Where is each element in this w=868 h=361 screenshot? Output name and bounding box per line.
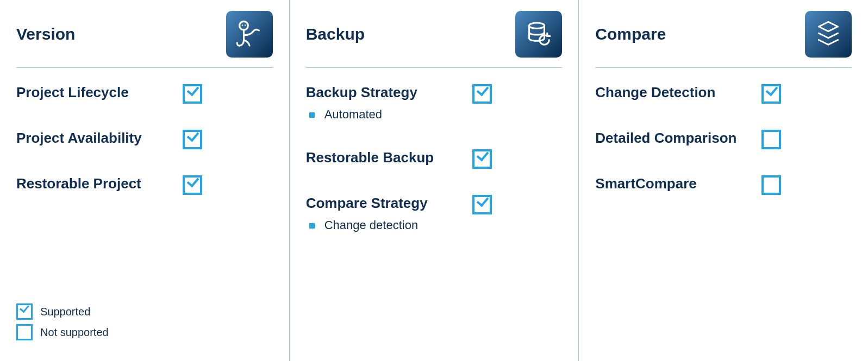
feature-bullet: Change detection (306, 217, 469, 234)
support-status (761, 130, 781, 149)
support-status (183, 130, 202, 149)
feature-text: Compare Strategy Change detection (306, 195, 469, 234)
feature-title: SmartCompare (595, 175, 758, 192)
feature-row: Restorable Backup (306, 149, 563, 169)
legend: Supported Not supported (16, 303, 109, 345)
checked-icon (183, 175, 202, 195)
svg-point-2 (245, 24, 246, 26)
column-header: Compare (595, 11, 852, 68)
feature-bullets: Change detection (306, 217, 469, 234)
feature-text: Change Detection (595, 84, 758, 101)
feature-title: Compare Strategy (306, 195, 469, 212)
feature-title: Change Detection (595, 84, 758, 101)
support-status (472, 84, 492, 104)
feature-text: Project Lifecycle (16, 84, 179, 101)
legend-not-supported: Not supported (16, 324, 109, 340)
column-header: Backup (306, 11, 563, 68)
feature-matrix: Version Project Lifecycle (0, 0, 868, 361)
checked-icon (472, 84, 492, 104)
checked-icon (472, 195, 492, 214)
feature-row: SmartCompare (595, 175, 852, 195)
column-header: Version (16, 11, 273, 68)
checked-icon (183, 130, 202, 149)
backup-icon (515, 11, 562, 58)
svg-point-3 (529, 23, 545, 29)
legend-supported: Supported (16, 303, 109, 320)
checked-icon (472, 149, 492, 169)
feature-text: Restorable Project (16, 175, 179, 192)
unchecked-icon (761, 175, 781, 195)
svg-point-1 (241, 24, 242, 26)
compare-icon (805, 11, 852, 58)
support-status (761, 175, 781, 195)
feature-text: Backup Strategy Automated (306, 84, 469, 123)
unchecked-icon (16, 324, 33, 340)
support-status (183, 175, 202, 195)
column-title: Compare (595, 25, 666, 43)
feature-row: Project Lifecycle (16, 84, 273, 104)
feature-row: Change Detection (595, 84, 852, 104)
feature-bullets: Automated (306, 106, 469, 123)
support-status (183, 84, 202, 104)
feature-text: Restorable Backup (306, 149, 469, 166)
feature-row: Compare Strategy Change detection (306, 195, 563, 234)
feature-title: Project Availability (16, 130, 179, 147)
svg-point-0 (239, 21, 248, 30)
feature-title: Restorable Project (16, 175, 179, 192)
feature-text: Detailed Comparison (595, 130, 758, 147)
support-status (472, 149, 492, 169)
feature-title: Project Lifecycle (16, 84, 179, 101)
checked-icon (761, 84, 781, 104)
checked-icon (183, 84, 202, 104)
support-status (472, 195, 492, 214)
feature-text: SmartCompare (595, 175, 758, 192)
feature-bullet: Automated (306, 106, 469, 123)
column-title: Backup (306, 25, 365, 43)
feature-row: Project Availability (16, 130, 273, 149)
support-status (761, 84, 781, 104)
feature-text: Project Availability (16, 130, 179, 147)
feature-title: Detailed Comparison (595, 130, 758, 147)
column-title: Version (16, 25, 75, 43)
feature-row: Detailed Comparison (595, 130, 852, 149)
version-icon (226, 11, 273, 58)
legend-label: Supported (40, 306, 90, 318)
legend-label: Not supported (40, 326, 109, 339)
unchecked-icon (761, 130, 781, 149)
feature-title: Restorable Backup (306, 149, 469, 166)
checked-icon (16, 303, 33, 320)
column-version: Version Project Lifecycle (0, 0, 289, 361)
feature-row: Restorable Project (16, 175, 273, 195)
feature-title: Backup Strategy (306, 84, 469, 101)
feature-row: Backup Strategy Automated (306, 84, 563, 123)
column-backup: Backup Backup Strategy Automated (289, 0, 579, 361)
column-compare: Compare Change Detection Detailed Compar… (578, 0, 868, 361)
